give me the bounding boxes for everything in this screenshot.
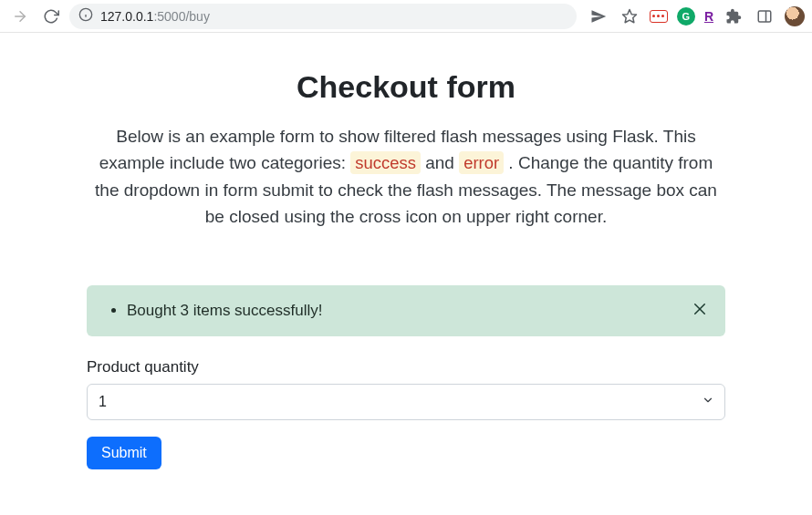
toolbar-right: G R xyxy=(582,5,805,27)
page-title: Checkout form xyxy=(87,69,725,105)
send-icon[interactable] xyxy=(588,5,609,27)
url-text: 127.0.0.1:5000/buy xyxy=(100,9,210,24)
grammarly-extension-icon[interactable]: G xyxy=(677,7,695,26)
svg-marker-4 xyxy=(622,9,636,22)
quantity-select[interactable] xyxy=(87,384,725,420)
extensions-puzzle-icon[interactable] xyxy=(723,5,744,27)
reload-button[interactable] xyxy=(38,4,64,29)
forward-button[interactable] xyxy=(7,4,33,29)
flash-message: Bought 3 items successfully! xyxy=(127,300,682,322)
browser-toolbar: 127.0.0.1:5000/buy G R xyxy=(0,0,812,33)
quantity-label: Product quantity xyxy=(87,358,725,376)
page-lead: Below is an example form to show filtere… xyxy=(87,123,725,231)
bookmark-star-icon[interactable] xyxy=(619,5,640,27)
alert-close-button[interactable] xyxy=(687,298,713,324)
address-bar[interactable]: 127.0.0.1:5000/buy xyxy=(69,4,577,29)
svg-rect-5 xyxy=(758,11,771,22)
code-success: success xyxy=(350,151,421,174)
code-error: error xyxy=(459,151,504,174)
profile-avatar[interactable] xyxy=(785,6,805,26)
flash-alert: Bought 3 items successfully! xyxy=(87,285,725,336)
extension-icon[interactable] xyxy=(650,10,668,23)
close-icon xyxy=(692,301,708,321)
submit-button[interactable]: Submit xyxy=(87,437,161,469)
site-info-icon[interactable] xyxy=(78,7,93,25)
side-panel-icon[interactable] xyxy=(754,5,776,27)
page-content: Checkout form Below is an example form t… xyxy=(0,33,812,515)
rakuten-extension-icon[interactable]: R xyxy=(704,9,713,24)
